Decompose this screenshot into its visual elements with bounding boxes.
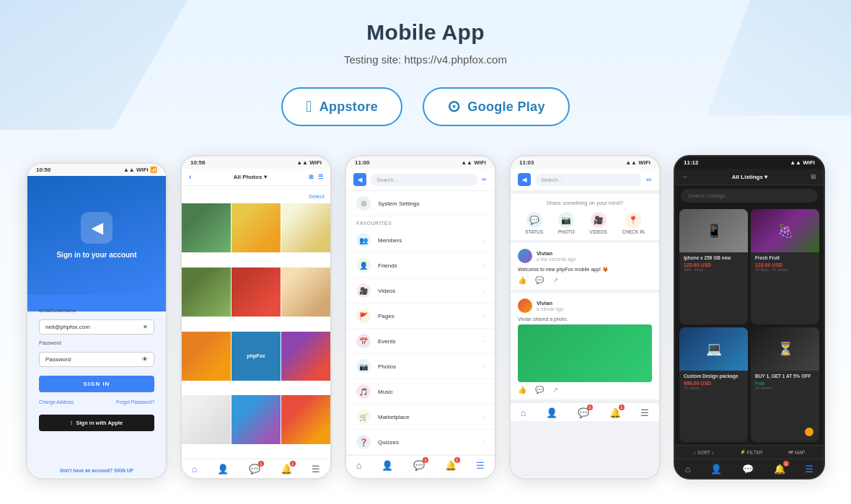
menu-item-music[interactable]: 🎵 Music › [346, 379, 495, 404]
menu-search-input[interactable]: Search... [371, 174, 477, 186]
system-settings-item[interactable]: ⚙ System Settings [346, 191, 495, 216]
listing-meta-3: 20 others [755, 386, 815, 390]
friends-nav-icon-3[interactable]: 👤 [546, 407, 557, 418]
photo-cell-2[interactable] [281, 203, 330, 252]
list-icon[interactable]: ☰ [318, 174, 323, 180]
googleplay-label: Google Play [467, 100, 544, 115]
comment-icon-2[interactable]: 💬 [535, 386, 544, 394]
googleplay-button[interactable]: ⊙ Google Play [423, 87, 570, 126]
listing-card-2[interactable]: 💻 Custom Design package 999.00 USD 70 vi… [679, 327, 748, 443]
change-address-link[interactable]: Change Address [39, 399, 74, 404]
photo-cell-10[interactable] [232, 395, 281, 444]
photo-cell-6[interactable] [182, 332, 231, 381]
home-nav-icon-3[interactable]: ⌂ [521, 407, 526, 418]
status-actions: 💬 STATUS 📷 PHOTO 🎥 VIDEOS 📍 [518, 212, 652, 234]
menu-item-quizzes[interactable]: ❓ Quizzes › [346, 430, 495, 455]
like-icon[interactable]: 👍 [518, 276, 526, 284]
photo-cell-5[interactable] [281, 268, 330, 317]
photo-cell-9[interactable] [182, 395, 231, 444]
phone1-logo: ◀ [81, 212, 113, 244]
apple-signin-button[interactable]:  Sign in with Apple [39, 415, 154, 431]
messages-nav-icon-2[interactable]: 💬1 [413, 460, 425, 471]
notifications-nav-icon-3[interactable]: 🔔1 [609, 407, 621, 418]
appstore-button[interactable]:  Appstore [281, 87, 402, 126]
menu-nav-icon-3[interactable]: ☰ [640, 407, 649, 418]
menu-item-events[interactable]: 📅 Events › [346, 329, 495, 354]
menu-nav-icon[interactable]: ☰ [312, 464, 320, 474]
photo-cell-4[interactable] [232, 268, 281, 317]
back-button[interactable]: ‹ [189, 173, 191, 181]
filter-icon: ⚡ [740, 449, 746, 455]
photo-cell-7[interactable]: phpFox [232, 332, 281, 381]
quizzes-label: Quizzes [378, 439, 475, 446]
home-nav-icon[interactable]: ⌂ [192, 464, 198, 474]
email-input[interactable]: neil@phpfox.com ✕ [39, 319, 154, 335]
menu-item-marketplace[interactable]: 🛒 Marketplace › [346, 404, 495, 430]
share-icon[interactable]: ↗ [552, 276, 558, 284]
friends-nav-icon-2[interactable]: 👤 [382, 460, 393, 471]
photo-cell-8[interactable] [281, 332, 330, 381]
post1-author: Vivian [537, 250, 652, 257]
feed-edit-icon[interactable]: ✏ [646, 176, 652, 184]
status-action-photo[interactable]: 📷 PHOTO [558, 212, 575, 234]
messages-nav-icon[interactable]: 💬1 [249, 464, 260, 474]
status-box: Share something on your mind? 💬 STATUS 📷… [511, 194, 659, 240]
home-nav-dark[interactable]: ⌂ [685, 464, 691, 474]
post2-image [518, 324, 652, 382]
grid-icon[interactable]: ⊞ [309, 174, 314, 180]
status-action-status[interactable]: 💬 STATUS [525, 212, 543, 234]
listings-back-icon[interactable]: ← [682, 173, 689, 180]
menu-nav-dark[interactable]: ☰ [805, 464, 813, 474]
menu-item-friends[interactable]: 👤 Friends › [346, 253, 495, 278]
photo-cell-3[interactable] [182, 268, 231, 317]
sign-in-heading: Sign in to your account [56, 251, 136, 259]
map-button[interactable]: 🗺 MAP [788, 449, 805, 455]
phone-menu: 11:00 ▲▲ WiFi ◀ Search... ✏ ⚙ System Set… [345, 155, 496, 479]
sign-in-button[interactable]: SIGN IN [39, 376, 154, 392]
select-button[interactable]: Select [309, 193, 325, 200]
menu-item-members[interactable]: 👥 Members › [346, 228, 495, 253]
menu-item-videos[interactable]: 🎥 Videos › [346, 278, 495, 304]
notifications-nav-dark[interactable]: 🔔1 [774, 464, 785, 474]
home-nav-icon-2[interactable]: ⌂ [356, 460, 362, 471]
edit-icon[interactable]: ✏ [482, 176, 488, 183]
post2-actions: 👍 💬 ↗ [518, 386, 652, 394]
videos-label: Videos [378, 288, 475, 294]
friends-nav-dark[interactable]: 👤 [710, 464, 722, 474]
sort-button[interactable]: ↕ SORT ↕ [694, 449, 714, 455]
messages-nav-icon-3[interactable]: 💬1 [578, 407, 589, 418]
forgot-password-link[interactable]: Forgot Password? [116, 399, 154, 404]
listing-card-1[interactable]: 🍇 Fresh Fruit 123.00 USD 10 likes · 21 v… [751, 209, 819, 324]
filter-button[interactable]: ⚡ FILTER [740, 449, 763, 455]
menu-nav-icon-active[interactable]: ☰ [476, 460, 485, 471]
notifications-nav-icon[interactable]: 🔔1 [281, 464, 292, 474]
messages-nav-dark[interactable]: 💬 [742, 464, 754, 474]
status-bar-2: 10:58 ▲▲ WiFi [182, 156, 330, 169]
phone4-content: ◀ Search... ✏ Share something on your mi… [511, 169, 659, 477]
time-2: 10:58 [190, 159, 205, 166]
feed-search-input[interactable]: Search... [535, 174, 642, 186]
photos-bottom-nav: ⌂ 👤 💬1 🔔1 ☰ [182, 459, 330, 477]
comment-icon[interactable]: 💬 [535, 276, 544, 284]
listing-card-3[interactable]: ⏳ BUY 1, GET 1 AT 5% OFF Free 20 others [751, 327, 819, 443]
sort-icon: ↕ [694, 450, 696, 455]
notifications-nav-icon-2[interactable]: 🔔1 [445, 460, 457, 471]
friends-nav-icon[interactable]: 👤 [217, 464, 229, 474]
like-icon-2[interactable]: 👍 [518, 386, 526, 394]
feed-post-2: Vivian a minute ago Vivian shared a phot… [511, 293, 659, 399]
status-action-video[interactable]: 🎥 VIDEOS [589, 212, 607, 234]
listings-grid-icon[interactable]: ⊞ [811, 173, 816, 180]
listing-title-3: BUY 1, GET 1 AT 5% OFF [755, 373, 815, 379]
password-input[interactable]: Password 👁 [39, 352, 154, 367]
photo-cell-0[interactable] [182, 203, 231, 252]
listings-search-input[interactable]: Search Listings... [681, 189, 818, 203]
menu-item-pages[interactable]: 🚩 Pages › [346, 304, 495, 329]
share-icon-2[interactable]: ↗ [552, 386, 558, 394]
menu-item-photos[interactable]: 📷 Photos › [346, 354, 495, 379]
status-action-checkin[interactable]: 📍 CHECK IN [622, 212, 645, 234]
photo-cell-11[interactable] [281, 395, 330, 444]
listing-card-0[interactable]: 📱 Iphone x 256 GB new 123.00 USD 99% · F… [679, 209, 748, 324]
photo-cell-1[interactable] [232, 203, 281, 252]
nav-actions: ⊞ ☰ [309, 174, 323, 180]
post2-header: Vivian a minute ago [518, 299, 652, 313]
